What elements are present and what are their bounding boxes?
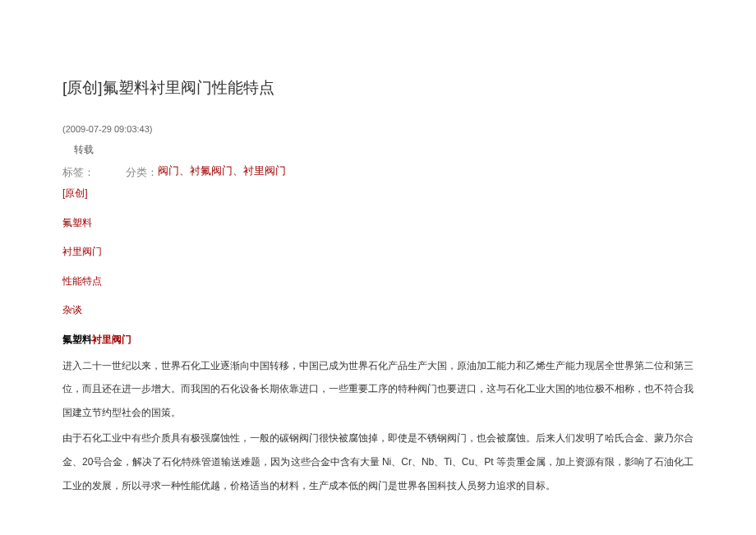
article-label-black: 氟塑料 bbox=[62, 334, 92, 345]
tag-list: [原创] 氟塑料 衬里阀门 性能特点 杂谈 bbox=[62, 185, 694, 320]
article-title: [原创]氟塑料衬里阀门性能特点 bbox=[62, 74, 694, 102]
article-subject-label: 氟塑料衬里阀门 bbox=[62, 331, 694, 349]
tag-item[interactable]: 性能特点 bbox=[62, 273, 694, 291]
tags-label: 标签： bbox=[62, 163, 94, 182]
meta-row: 标签： 分类： 阀门、衬氟阀门、衬里阀门 bbox=[62, 163, 694, 182]
reprint-label[interactable]: 转载 bbox=[74, 141, 694, 159]
article-body: 进入二十一世纪以来，世界石化工业逐渐向中国转移，中国已成为世界石化产品生产大国，… bbox=[62, 354, 694, 498]
tag-item[interactable]: 衬里阀门 bbox=[62, 243, 694, 261]
tag-item[interactable]: [原创] bbox=[62, 185, 694, 203]
article-label-red[interactable]: 衬里阀门 bbox=[92, 334, 131, 345]
paragraph: 进入二十一世纪以来，世界石化工业逐渐向中国转移，中国已成为世界石化产品生产大国，… bbox=[62, 354, 694, 425]
category-value[interactable]: 阀门、衬氟阀门、衬里阀门 bbox=[158, 163, 286, 179]
article-timestamp: (2009-07-29 09:03:43) bbox=[62, 122, 694, 138]
tag-item[interactable]: 杂谈 bbox=[62, 302, 694, 320]
tag-item[interactable]: 氟塑料 bbox=[62, 214, 694, 233]
category-label: 分类： bbox=[126, 163, 158, 182]
paragraph: 由于石化工业中有些介质具有极强腐蚀性，一般的碳钢阀门很快被腐蚀掉，即使是不锈钢阀… bbox=[62, 427, 694, 497]
